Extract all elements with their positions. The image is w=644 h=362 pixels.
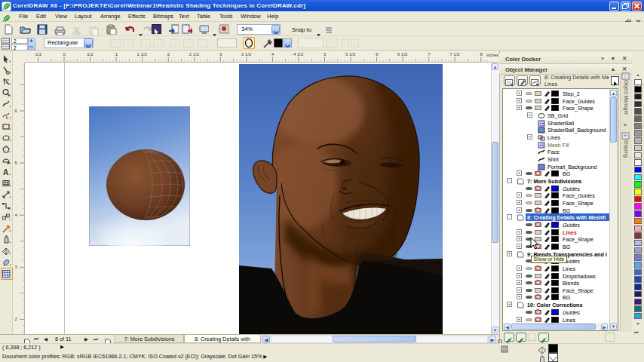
svg-text:2 1/2: 2 1/2 (189, 52, 200, 57)
svg-text:-1/2: -1/2 (34, 52, 42, 57)
svg-text:A: A (3, 168, 8, 176)
svg-text:4 1/2: 4 1/2 (293, 52, 304, 57)
svg-text:1 1/2: 1 1/2 (137, 52, 148, 57)
svg-text:inches: inches (486, 53, 498, 57)
svg-text:6 1/2: 6 1/2 (397, 52, 408, 57)
svg-text:1/2: 1/2 (87, 52, 94, 57)
svg-text:7 1/2: 7 1/2 (449, 52, 460, 57)
svg-text:5 1/2: 5 1/2 (345, 52, 356, 57)
svg-text:3 1/2: 3 1/2 (241, 52, 252, 57)
